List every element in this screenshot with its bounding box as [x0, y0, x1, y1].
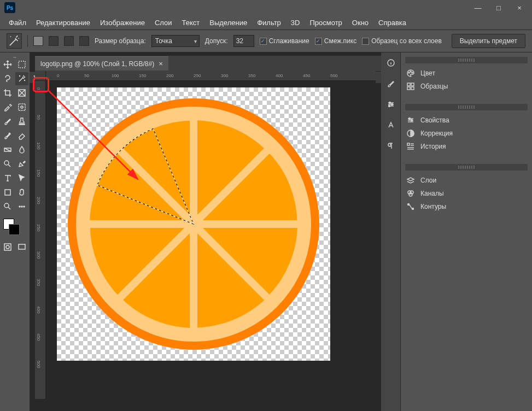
- panel-grip[interactable]: [405, 104, 528, 110]
- screenmode-tool[interactable]: [15, 240, 28, 254]
- menu-window[interactable]: Окно: [348, 17, 373, 28]
- panel-label: История: [420, 143, 446, 150]
- window-controls: — □ ×: [467, 1, 530, 14]
- tab-close-icon[interactable]: ×: [159, 60, 163, 68]
- ruler-horizontal[interactable]: 050100150200250300350400450500: [46, 71, 376, 81]
- svg-point-42: [409, 118, 411, 120]
- menu-layers[interactable]: Слои: [150, 17, 177, 28]
- ps-text: Ps: [7, 5, 13, 11]
- toolbox-grip[interactable]: ••: [1, 55, 28, 57]
- info-icon[interactable]: [385, 57, 397, 69]
- menu-edit[interactable]: Редактирование: [32, 17, 95, 28]
- tolerance-input[interactable]: 32: [233, 35, 254, 47]
- mode-swatch-4[interactable]: [79, 36, 89, 46]
- panel-channels[interactable]: Каналы: [405, 187, 528, 200]
- type-tool[interactable]: [1, 172, 14, 185]
- document-tab[interactable]: logotip.png @ 100% (Слой 1, RGB/8#) ×: [35, 56, 168, 71]
- panel-label: Образцы: [420, 83, 448, 90]
- adjust-panel-icon[interactable]: [385, 98, 397, 110]
- svg-rect-41: [411, 87, 414, 90]
- character-panel-icon[interactable]: [385, 119, 397, 131]
- lasso-tool[interactable]: [1, 72, 14, 85]
- ruler-vertical[interactable]: 050100150200250300350400450500: [35, 81, 46, 399]
- mode-swatch-2[interactable]: [49, 36, 59, 46]
- quickmask-tool[interactable]: [1, 240, 14, 254]
- panel-grip[interactable]: [405, 57, 528, 63]
- tolerance-label: Допуск:: [205, 37, 228, 45]
- brush-tool[interactable]: [1, 115, 14, 128]
- close-button[interactable]: ×: [509, 1, 530, 14]
- panel-paths[interactable]: Контуры: [405, 200, 528, 213]
- menu-image[interactable]: Изображение: [96, 17, 149, 28]
- ruler-corner: [35, 71, 46, 81]
- menu-select[interactable]: Выделение: [205, 17, 252, 28]
- menu-file[interactable]: Файл: [4, 17, 31, 28]
- crop-tool[interactable]: [1, 86, 14, 99]
- gradient-tool[interactable]: [1, 143, 14, 156]
- document-area: logotip.png @ 100% (Слой 1, RGB/8#) × 05…: [30, 52, 381, 411]
- menubar: Файл Редактирование Изображение Слои Тек…: [0, 15, 532, 30]
- svg-rect-2: [19, 61, 25, 68]
- svg-rect-38: [407, 83, 410, 86]
- panel-swatches[interactable]: Образцы: [405, 80, 528, 93]
- svg-point-37: [412, 72, 413, 73]
- eraser-tool[interactable]: [15, 129, 28, 142]
- panel-history[interactable]: История: [405, 140, 528, 153]
- healing-tool[interactable]: [15, 101, 28, 114]
- menu-filter[interactable]: Фильтр: [253, 17, 285, 28]
- panel-grip[interactable]: [405, 164, 528, 171]
- titlebar: Ps — □ ×: [0, 0, 532, 15]
- minimize-button[interactable]: —: [467, 1, 488, 14]
- select-subject-button[interactable]: Выделить предмет: [452, 34, 525, 48]
- separator: [27, 35, 28, 47]
- background-color[interactable]: [9, 224, 20, 235]
- contiguous-checkbox[interactable]: ✓Смеж.пикс: [315, 37, 356, 45]
- menu-3d[interactable]: 3D: [287, 17, 305, 28]
- antialias-checkbox[interactable]: ✓Сглаживание: [260, 37, 309, 45]
- shape-tool[interactable]: [1, 186, 14, 199]
- svg-point-14: [21, 206, 22, 207]
- all-layers-checkbox[interactable]: Образец со всех слоев: [362, 37, 442, 45]
- menu-text[interactable]: Текст: [178, 17, 204, 28]
- current-tool-indicator[interactable]: [7, 33, 22, 49]
- check-icon: [362, 38, 369, 45]
- panel-color[interactable]: Цвет: [405, 67, 528, 80]
- path-select-tool[interactable]: [15, 172, 28, 185]
- blur-tool[interactable]: [15, 143, 28, 156]
- stamp-tool[interactable]: [15, 115, 28, 128]
- hand-tool[interactable]: [15, 186, 28, 199]
- menu-help[interactable]: Справка: [374, 17, 411, 28]
- maximize-button[interactable]: □: [488, 1, 509, 14]
- svg-point-33: [391, 104, 393, 105]
- move-tool[interactable]: [1, 58, 14, 71]
- mode-swatch-1[interactable]: [33, 36, 43, 46]
- sample-size-dropdown[interactable]: Точка: [151, 35, 200, 47]
- panel-label: Коррекция: [420, 130, 453, 137]
- panel-group-1: Цвет Образцы: [405, 57, 528, 93]
- panel-layers[interactable]: Слои: [405, 174, 528, 187]
- svg-point-36: [410, 71, 411, 72]
- sample-size-label: Размер образца:: [95, 37, 146, 45]
- zoom-tool[interactable]: [1, 200, 14, 213]
- marquee-tool[interactable]: [15, 58, 28, 71]
- panel-adjustments[interactable]: Коррекция: [405, 127, 528, 140]
- canvas[interactable]: [57, 87, 330, 361]
- extra-tool[interactable]: [15, 200, 28, 213]
- tolerance-value: 32: [236, 37, 243, 45]
- pen-tool[interactable]: [15, 157, 28, 171]
- color-swatches[interactable]: [1, 218, 28, 237]
- mode-swatch-3[interactable]: [64, 36, 74, 46]
- paragraph-panel-icon[interactable]: [385, 140, 397, 152]
- brush-panel-icon[interactable]: [385, 78, 397, 90]
- magic-wand-tool[interactable]: [15, 72, 28, 85]
- eyedropper-tool[interactable]: [1, 101, 14, 114]
- panel-label: Свойства: [420, 116, 449, 124]
- panel-group-2: Свойства Коррекция История: [405, 104, 528, 153]
- tab-label: logotip.png @ 100% (Слой 1, RGB/8#): [40, 60, 154, 68]
- panel-properties[interactable]: Свойства: [405, 114, 528, 127]
- history-brush-tool[interactable]: [1, 129, 14, 142]
- dodge-tool[interactable]: [1, 157, 14, 171]
- menu-view[interactable]: Просмотр: [305, 17, 346, 28]
- svg-point-5: [25, 80, 25, 81]
- frame-tool[interactable]: [15, 86, 28, 99]
